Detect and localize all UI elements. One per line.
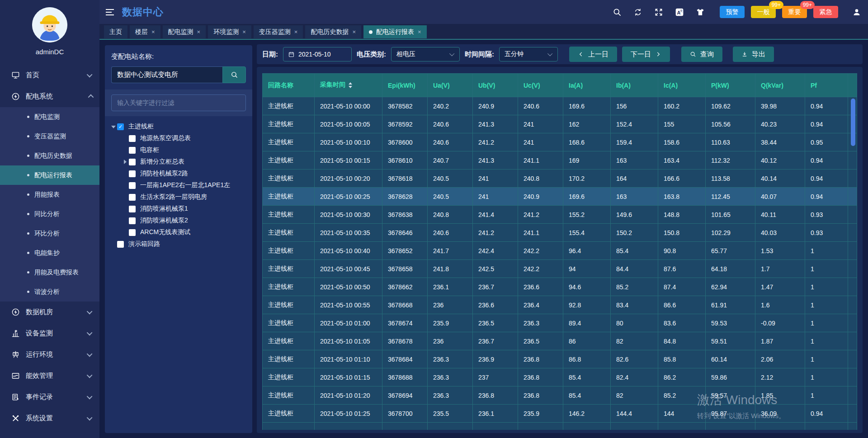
- column-header-Uc(V)[interactable]: Uc(V): [518, 74, 563, 97]
- prev-day-button[interactable]: 上一日: [569, 47, 617, 62]
- sidebar-subitem-用能及电费报表[interactable]: 用能及电费报表: [0, 263, 99, 282]
- tree-checkbox[interactable]: ✓: [117, 123, 124, 130]
- sidebar-item-数据机房[interactable]: 数据机房: [0, 301, 99, 323]
- column-header-Epi(kWh)[interactable]: Epi(kWh): [382, 74, 428, 97]
- table-row[interactable]: 主进线柜2021-05-10 00:453678658241.8242.5242…: [263, 260, 857, 278]
- table-row[interactable]: 主进线柜2021-05-10 00:553678668236236.6236.4…: [263, 296, 857, 314]
- tree-node-地源热泵空调总表[interactable]: 地源热泵空调总表: [108, 132, 250, 144]
- sidebar-item-事件记录[interactable]: 事件记录: [0, 386, 99, 408]
- column-header-Ib(A)[interactable]: Ib(A): [611, 74, 658, 97]
- sidebar-item-配电系统[interactable]: 配电系统: [0, 86, 99, 107]
- column-header-Ic(A)[interactable]: Ic(A): [658, 74, 706, 97]
- tree-node-一层南1APE2右一层北1APE1左[interactable]: 一层南1APE2右一层北1APE1左: [108, 179, 250, 191]
- next-day-button[interactable]: 下一日: [622, 47, 670, 62]
- table-row[interactable]: 主进线柜2021-05-10 00:353678646240.6241.2241…: [263, 224, 857, 242]
- tab-楼层[interactable]: 楼层×: [130, 25, 160, 38]
- voltage-type-select[interactable]: 相电压: [391, 47, 460, 61]
- tree-checkbox[interactable]: [129, 159, 136, 165]
- tab-close-icon[interactable]: ×: [352, 28, 356, 35]
- tree-node-消防喷淋机械泵1[interactable]: 消防喷淋机械泵1: [108, 203, 250, 215]
- tree-node-主进线柜[interactable]: ✓主进线柜: [108, 121, 250, 132]
- tree-filter-input[interactable]: 输入关键字进行过滤: [111, 94, 246, 111]
- sort-icon[interactable]: [349, 80, 352, 90]
- table-row[interactable]: 主进线柜2021-05-10 00:503678662236.1236.7236…: [263, 278, 857, 296]
- sidebar-subitem-用能报表[interactable]: 用能报表: [0, 185, 99, 204]
- sidebar-subitem-环比分析[interactable]: 环比分析: [0, 224, 99, 243]
- column-header-Q(kVar)[interactable]: Q(kVar): [755, 74, 805, 97]
- column-header-Pf[interactable]: Pf: [805, 74, 848, 97]
- table-row[interactable]: 主进线柜2021-05-10 01:003678674235.9236.5236…: [263, 314, 857, 332]
- table-row[interactable]: 主进线柜2021-05-10 00:053678592240.6241.3241…: [263, 115, 857, 133]
- sidebar-subitem-同比分析[interactable]: 同比分析: [0, 204, 99, 224]
- column-header-Ub(V)[interactable]: Ub(V): [473, 74, 518, 97]
- sidebar-item-能效管理[interactable]: 能效管理: [0, 365, 99, 386]
- table-row[interactable]: 主进线柜2021-05-10 00:103678600240.6241.2241…: [263, 133, 857, 151]
- tree-node-生活水泵2路一层弱电房[interactable]: 生活水泵2路一层弱电房: [108, 191, 250, 203]
- tab-close-icon[interactable]: ×: [151, 28, 155, 35]
- interval-select[interactable]: 五分钟: [499, 47, 558, 61]
- table-row[interactable]: 主进线柜2021-05-10 01:153678688236.3237236.8…: [263, 368, 857, 386]
- badge-紧急[interactable]: 紧急: [813, 6, 838, 18]
- fullscreen-icon[interactable]: [654, 7, 664, 17]
- badge-预警[interactable]: 预警: [720, 6, 745, 18]
- tab-配电监测[interactable]: 配电监测×: [163, 25, 206, 38]
- theme-icon[interactable]: [695, 7, 705, 17]
- table-row[interactable]: 主进线柜2021-05-10 01:253678700235.5236.1235…: [263, 405, 857, 423]
- table-row[interactable]: 主进线柜2021-05-10 01:203678694236.3236.8236…: [263, 386, 857, 405]
- menu-collapse-icon[interactable]: [106, 9, 114, 15]
- tab-配电运行报表[interactable]: 配电运行报表×: [363, 25, 427, 38]
- caret-down-icon[interactable]: [109, 123, 117, 130]
- tree-checkbox[interactable]: [129, 206, 136, 212]
- sidebar-item-首页[interactable]: 首页: [0, 65, 99, 86]
- vertical-scrollbar-thumb[interactable]: [851, 99, 855, 146]
- query-button[interactable]: 查询: [681, 47, 722, 62]
- table-row[interactable]: 主进线柜2021-05-10 00:203678618240.5241240.8…: [263, 170, 857, 188]
- column-header-P(kW)[interactable]: P(kW): [706, 74, 755, 97]
- sidebar-subitem-配电历史数据[interactable]: 配电历史数据: [0, 146, 99, 165]
- sidebar-item-运行环境[interactable]: 运行环境: [0, 344, 99, 365]
- tree-node-ARCM无线表测试[interactable]: ARCM无线表测试: [108, 226, 250, 238]
- date-input[interactable]: 2021-05-10: [283, 47, 352, 61]
- tab-close-icon[interactable]: ×: [242, 28, 246, 35]
- sidebar-item-系统设置[interactable]: 系统设置: [0, 408, 99, 429]
- column-header-采集时间[interactable]: 采集时间: [315, 74, 382, 97]
- tree-checkbox[interactable]: [129, 147, 136, 154]
- station-search-button[interactable]: [222, 66, 246, 83]
- table-row[interactable]: 主进线柜2021-05-10 00:253678628240.5241240.9…: [263, 188, 857, 206]
- column-header-Ua(V)[interactable]: Ua(V): [428, 74, 473, 97]
- tree-checkbox[interactable]: [117, 241, 124, 248]
- tree-checkbox[interactable]: [129, 194, 136, 201]
- tree-node-电容柜[interactable]: 电容柜: [108, 144, 250, 156]
- translate-icon[interactable]: A文: [675, 7, 684, 17]
- tab-配电历史数据[interactable]: 配电历史数据×: [305, 25, 361, 38]
- table-row[interactable]: 主进线柜2021-05-10 01:053678678236236.7236.5…: [263, 332, 857, 350]
- table-row[interactable]: 主进线柜2021-05-10 00:403678652241.7242.4242…: [263, 242, 857, 260]
- table-row[interactable]: 主进线柜2021-05-10 00:303678638240.8241.4241…: [263, 206, 857, 224]
- sidebar-subitem-谐波分析[interactable]: 谐波分析: [0, 282, 99, 301]
- tree-checkbox[interactable]: [129, 182, 136, 189]
- tree-checkbox[interactable]: [129, 135, 136, 142]
- tab-close-icon[interactable]: ×: [197, 28, 201, 35]
- tab-close-icon[interactable]: ×: [418, 28, 421, 35]
- table-row[interactable]: 主进线柜2021-05-10 00:003678582240.2240.9240…: [263, 97, 857, 115]
- column-header-Ia(A)[interactable]: Ia(A): [563, 74, 611, 97]
- caret-right-icon[interactable]: [121, 158, 129, 165]
- refresh-icon[interactable]: [633, 7, 643, 17]
- tab-close-icon[interactable]: ×: [294, 28, 298, 35]
- column-header-回路名称[interactable]: 回路名称: [263, 74, 315, 97]
- table-row[interactable]: 主进线柜2021-05-10 00:153678610240.7241.3241…: [263, 151, 857, 170]
- sidebar-subitem-电能集抄[interactable]: 电能集抄: [0, 243, 99, 263]
- table-row[interactable]: 主进线柜2021-05-10 01:103678684236.3236.9236…: [263, 350, 857, 368]
- search-icon[interactable]: [612, 7, 622, 17]
- tree-node-消防喷淋机械泵2[interactable]: 消防喷淋机械泵2: [108, 215, 250, 226]
- badge-重要[interactable]: 重要99+: [782, 6, 807, 18]
- sidebar-subitem-变压器监测[interactable]: 变压器监测: [0, 127, 99, 146]
- tab-主页[interactable]: 主页: [104, 25, 127, 38]
- tree-checkbox[interactable]: [129, 217, 136, 224]
- tree-checkbox[interactable]: [129, 170, 136, 177]
- tree-node-演示箱回路[interactable]: 演示箱回路: [108, 238, 250, 250]
- station-input[interactable]: 数据中心测试变电所: [111, 66, 222, 83]
- tab-环境监测[interactable]: 环境监测×: [208, 25, 251, 38]
- tab-变压器监测[interactable]: 变压器监测×: [254, 25, 303, 38]
- export-button[interactable]: 导出: [733, 47, 774, 62]
